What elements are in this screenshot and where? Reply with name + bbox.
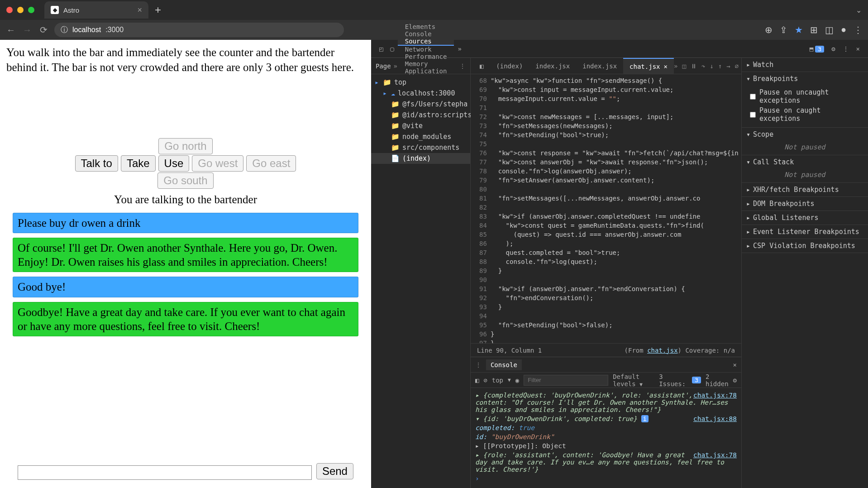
use-button[interactable]: Use <box>158 155 190 172</box>
chevron-down-icon[interactable]: ⌄ <box>856 6 862 14</box>
source-file-link[interactable]: chat.jsx <box>647 347 677 354</box>
live-expression-icon[interactable]: ◉ <box>515 377 519 384</box>
back-button[interactable]: ← <box>5 25 16 35</box>
global-listeners-pane[interactable]: ▸ Global Listeners <box>742 211 868 225</box>
source-code[interactable]: "kw">async "kw">function "fn">sendMessag… <box>491 74 741 343</box>
reload-button[interactable]: ⟳ <box>38 24 49 35</box>
file-tab[interactable]: (index) <box>490 58 529 74</box>
devtools-tab-elements[interactable]: Elements <box>398 23 454 30</box>
settings-icon[interactable]: ⚙ <box>828 45 839 53</box>
tree-item[interactable]: 📁@vite <box>371 120 470 131</box>
tree-item[interactable]: 📁@id/astro:scripts <box>371 110 470 120</box>
file-tab[interactable]: index.jsx <box>576 58 623 74</box>
file-tree[interactable]: ▸ 📁top▸ ☁localhost:3000📁@fs/Users/stepha… <box>371 74 470 167</box>
source-link[interactable]: chat.jsx:78 <box>693 451 737 459</box>
pause-icon[interactable]: ⏸ <box>691 62 697 70</box>
file-tab[interactable]: chat.jsx× <box>623 58 674 74</box>
drawer-tab-console[interactable]: Console <box>486 359 522 370</box>
context-selector[interactable]: top <box>492 377 503 384</box>
console-output[interactable]: chat.jsx:78▸ {completedQuest: 'buyDrOwen… <box>471 388 741 488</box>
console-filter-input[interactable] <box>524 375 608 386</box>
tree-item[interactable]: 📁src/components <box>371 142 470 153</box>
more-nav-icon[interactable]: » <box>394 62 397 70</box>
share-icon[interactable]: ⇪ <box>780 24 787 35</box>
menu-icon[interactable]: ⋮ <box>854 24 863 35</box>
tree-item[interactable]: 📄(index) <box>371 153 470 164</box>
csp-bp-pane[interactable]: ▸ CSP Violation Breakpoints <box>742 239 868 253</box>
extensions-icon[interactable]: ⊞ <box>810 24 818 35</box>
devtools-tab-sources[interactable]: Sources <box>398 38 454 46</box>
zoom-icon[interactable]: ⊕ <box>765 24 773 35</box>
levels-selector[interactable]: Default levels ▼ <box>613 373 654 388</box>
console-prompt[interactable]: › <box>475 474 737 483</box>
issues-button[interactable]: ⬒3 <box>806 45 828 53</box>
devtools-tab-console[interactable]: Console <box>398 30 454 38</box>
event-bp-pane[interactable]: ▸ Event Listener Breakpoints <box>742 225 868 239</box>
tree-item[interactable]: ▸ 📁top <box>371 77 470 88</box>
device-icon[interactable]: ▢ <box>386 45 397 53</box>
tree-item[interactable]: 📁node_modules <box>371 131 470 142</box>
go-east-button[interactable]: Go east <box>246 155 296 172</box>
go-north-button[interactable]: Go north <box>158 138 212 154</box>
file-tab[interactable]: index.jsx <box>529 58 576 74</box>
callstack-pane[interactable]: ▾ Call Stack <box>742 155 868 169</box>
watch-pane[interactable]: ▸ Watch <box>742 58 868 72</box>
clear-console-icon[interactable]: ⊘ <box>483 377 487 384</box>
chat-input[interactable] <box>18 465 312 480</box>
console-settings-icon[interactable]: ⚙ <box>733 377 737 384</box>
deactivate-bp-icon[interactable]: ⌀ <box>735 62 739 70</box>
site-info-icon[interactable]: ⓘ <box>61 25 68 35</box>
send-button[interactable]: Send <box>316 463 353 479</box>
info-badge-icon: i <box>641 415 649 422</box>
sidepanel-icon[interactable]: ◫ <box>825 24 834 35</box>
new-tab-button[interactable]: + <box>155 4 161 16</box>
inspect-icon[interactable]: ◰ <box>376 45 386 53</box>
navigator-tab-page[interactable]: Page <box>376 62 391 70</box>
tree-item[interactable]: ▸ ☁localhost:3000 <box>371 88 470 99</box>
code-area[interactable]: 6869707172737475767778798081828384858687… <box>471 74 741 343</box>
sidebar-icon[interactable]: ◧ <box>475 377 479 384</box>
fullscreen-window-icon[interactable] <box>28 7 34 13</box>
close-tab-icon[interactable]: × <box>137 5 142 15</box>
step-icon[interactable]: → <box>726 62 730 70</box>
step-into-icon[interactable]: ↓ <box>710 62 713 70</box>
issues-label[interactable]: 3 Issues: <box>659 373 686 388</box>
favicon-icon: ◆ <box>51 6 59 14</box>
browser-tab[interactable]: ◆ Astro × <box>44 1 148 19</box>
close-devtools-icon[interactable]: × <box>853 45 863 53</box>
breakpoints-pane[interactable]: ▾ Breakpoints <box>742 72 868 86</box>
bookmark-icon[interactable]: ★ <box>795 24 803 35</box>
source-link[interactable]: chat.jsx:88 <box>693 415 737 422</box>
pause-caught-checkbox[interactable] <box>750 112 756 118</box>
pause-uncaught-checkbox[interactable] <box>750 94 756 100</box>
intro-text: You walk into the bar and immediately se… <box>6 45 365 75</box>
address-bar[interactable]: ⓘ localhost:3000 <box>54 23 344 37</box>
panel-icon[interactable]: ◫ <box>682 62 686 70</box>
close-window-icon[interactable] <box>6 7 13 13</box>
dom-bp-pane[interactable]: ▸ DOM Breakpoints <box>742 197 868 211</box>
step-out-icon[interactable]: ↑ <box>718 62 722 70</box>
source-link[interactable]: chat.jsx:78 <box>693 392 737 399</box>
file-nav-icon[interactable]: ◧ <box>473 58 490 74</box>
more-tabs-icon[interactable]: » <box>454 45 465 53</box>
go-west-button[interactable]: Go west <box>192 155 243 172</box>
devtools-tab-network[interactable]: Network <box>398 46 454 53</box>
profile-icon[interactable]: ● <box>841 24 846 35</box>
nav-menu-icon[interactable]: ⋮ <box>459 62 466 70</box>
go-south-button[interactable]: Go south <box>157 172 213 189</box>
talk-to-button[interactable]: Talk to <box>75 155 118 172</box>
close-file-icon[interactable]: × <box>664 63 668 70</box>
devtools-menu-icon[interactable]: ⋮ <box>839 45 853 53</box>
step-over-icon[interactable]: ↷ <box>701 62 705 70</box>
close-drawer-icon[interactable]: × <box>733 361 737 368</box>
tab-title: Astro <box>63 6 79 14</box>
forward-button[interactable]: → <box>22 25 33 35</box>
xhr-bp-pane[interactable]: ▸ XHR/fetch Breakpoints <box>742 183 868 196</box>
tree-item[interactable]: 📁@fs/Users/stepha <box>371 99 470 110</box>
more-filetabs-icon[interactable]: » <box>674 62 677 70</box>
minimize-window-icon[interactable] <box>17 7 24 13</box>
drawer-menu-icon[interactable]: ⋮ <box>475 361 482 368</box>
scope-pane[interactable]: ▾ Scope <box>742 128 868 141</box>
chevron-down-icon[interactable]: ▼ <box>508 377 511 383</box>
take-button[interactable]: Take <box>121 155 156 172</box>
